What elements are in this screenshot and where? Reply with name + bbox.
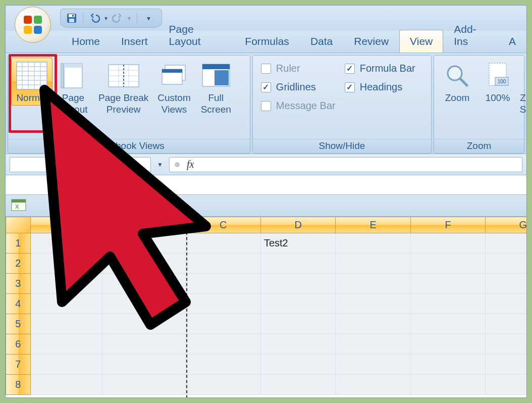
zoom-100-button[interactable]: 100 100% — [477, 58, 518, 106]
workbook-window-bar: X — [6, 194, 526, 217]
office-button[interactable] — [15, 7, 51, 43]
col-header[interactable]: D — [260, 217, 336, 233]
page-break-preview-button[interactable]: Page Break Preview — [94, 58, 153, 117]
col-header[interactable]: C — [186, 217, 261, 233]
zoom-100-label: 100% — [486, 92, 510, 104]
select-all-corner[interactable] — [6, 217, 31, 233]
table-row[interactable]: 7 — [6, 355, 527, 375]
show-hide-title: Show/Hide — [253, 139, 431, 153]
table-row[interactable]: 1Test2 — [6, 233, 527, 254]
tab-insert[interactable]: Insert — [111, 30, 158, 53]
col-header[interactable]: A — [30, 217, 102, 233]
svg-rect-5 — [69, 14, 75, 17]
svg-rect-30 — [162, 69, 182, 73]
row-header[interactable]: 5 — [6, 314, 31, 334]
checkbox-icon: ✓ — [345, 64, 355, 74]
svg-text:X: X — [15, 204, 19, 210]
table-row[interactable]: 3 — [6, 274, 527, 294]
page-layout-icon — [57, 60, 89, 91]
message-bar-checkbox: ✓ Message Bar — [261, 100, 336, 112]
svg-line-35 — [460, 79, 467, 85]
ribbon: Normal Page Layout Page Break Preview — [6, 53, 526, 154]
formula-bar-label: Formula Bar — [360, 63, 415, 74]
zoom-sel-icon — [518, 60, 526, 91]
table-row[interactable]: 4 — [6, 294, 527, 314]
checkbox-icon: ✓ — [261, 82, 271, 92]
zoom-title: Zoom — [434, 139, 524, 153]
page-layout-button[interactable]: Page Layout — [52, 58, 94, 117]
worksheet-grid[interactable]: A B C D E F G 1Test2 2 3 4 5 6 7 8 — [6, 217, 526, 398]
ruler-label: Ruler — [276, 63, 300, 74]
ruler-checkbox: ✓ Ruler — [261, 63, 336, 74]
svg-rect-7 — [72, 15, 74, 17]
redo-dropdown-icon[interactable]: ▼ — [127, 16, 132, 21]
table-row[interactable]: 6 — [6, 334, 527, 355]
svg-rect-33 — [215, 70, 229, 85]
undo-icon[interactable] — [88, 12, 100, 24]
full-screen-button[interactable]: Full Screen — [195, 58, 237, 117]
tab-formulas[interactable]: Formulas — [234, 30, 300, 53]
tab-home[interactable]: Home — [61, 30, 111, 53]
column-headers[interactable]: A B C D E F G — [6, 217, 527, 233]
checkbox-icon: ✓ — [261, 64, 271, 74]
normal-view-icon — [16, 60, 48, 91]
custom-views-icon — [158, 60, 190, 91]
table-row[interactable]: 2 — [6, 254, 527, 274]
row-header[interactable]: 1 — [6, 233, 31, 254]
tab-add-ins[interactable]: Add-Ins — [443, 18, 498, 53]
col-header[interactable]: B — [102, 217, 185, 233]
normal-view-button[interactable]: Normal — [11, 58, 52, 106]
row-header[interactable]: 2 — [6, 254, 31, 274]
svg-text:100: 100 — [498, 79, 506, 84]
row-header[interactable]: 8 — [6, 375, 31, 395]
zoom-button[interactable]: Zoom — [437, 58, 477, 106]
normal-view-label: Normal — [16, 92, 47, 104]
gridlines-checkbox[interactable]: ✓ Gridlines — [261, 81, 336, 93]
workbook-views-title: Workbook Views — [8, 139, 250, 153]
col-header[interactable]: F — [410, 217, 486, 233]
formula-input[interactable]: fx — [169, 157, 522, 172]
redo-icon[interactable] — [112, 12, 124, 24]
qat-customize-icon[interactable]: ▾ — [142, 12, 154, 24]
zoom-selection-button[interactable]: Z S — [518, 58, 526, 118]
tab-data[interactable]: Data — [300, 30, 343, 53]
col-header[interactable]: G — [486, 217, 526, 233]
custom-views-button[interactable]: Custom Views — [153, 58, 195, 117]
ribbon-tabs: Home Insert Page Layout Formulas Data Re… — [6, 31, 526, 53]
tab-review[interactable]: Review — [343, 30, 399, 53]
headings-label: Headings — [360, 81, 403, 93]
col-header[interactable]: E — [336, 217, 411, 233]
formula-bar-checkbox[interactable]: ✓ Formula Bar — [345, 63, 415, 74]
svg-rect-20 — [61, 64, 63, 88]
zoom-100-icon: 100 — [482, 60, 514, 91]
table-row[interactable]: 5 — [6, 314, 527, 334]
svg-rect-3 — [34, 26, 42, 34]
checkbox-icon: ✓ — [345, 82, 355, 92]
table-row[interactable]: 8 — [6, 375, 527, 395]
group-workbook-views: Normal Page Layout Page Break Preview — [8, 55, 250, 154]
cell[interactable]: Test2 — [260, 233, 336, 254]
svg-rect-32 — [202, 64, 230, 69]
tab-overflow[interactable]: A — [498, 30, 526, 53]
formula-bar: ▼ fx — [6, 154, 526, 175]
row-header[interactable]: 4 — [6, 294, 31, 314]
page-break-label: Page Break Preview — [98, 92, 148, 116]
quick-access-toolbar: ▼ ▼ ▾ — [60, 9, 162, 28]
name-box[interactable] — [10, 157, 151, 172]
name-box-dropdown-icon[interactable]: ▼ — [154, 161, 166, 168]
save-icon[interactable] — [66, 12, 78, 24]
page-break-icon — [108, 60, 140, 91]
row-header[interactable]: 6 — [6, 334, 31, 355]
row-header[interactable]: 7 — [6, 355, 31, 375]
svg-rect-1 — [34, 16, 42, 24]
headings-checkbox[interactable]: ✓ Headings — [345, 81, 415, 93]
tab-page-layout[interactable]: Page Layout — [158, 18, 235, 53]
fx-icon[interactable]: fx — [187, 159, 194, 170]
row-header[interactable]: 3 — [6, 274, 31, 294]
undo-dropdown-icon[interactable]: ▼ — [103, 16, 109, 21]
gridlines-label: Gridlines — [276, 81, 316, 93]
svg-rect-40 — [12, 199, 26, 203]
tab-view[interactable]: View — [399, 30, 443, 53]
group-show-hide: ✓ Ruler ✓ Gridlines ✓ Message Bar ✓ — [252, 55, 432, 154]
zoom-sel-label: Z — [520, 92, 526, 104]
